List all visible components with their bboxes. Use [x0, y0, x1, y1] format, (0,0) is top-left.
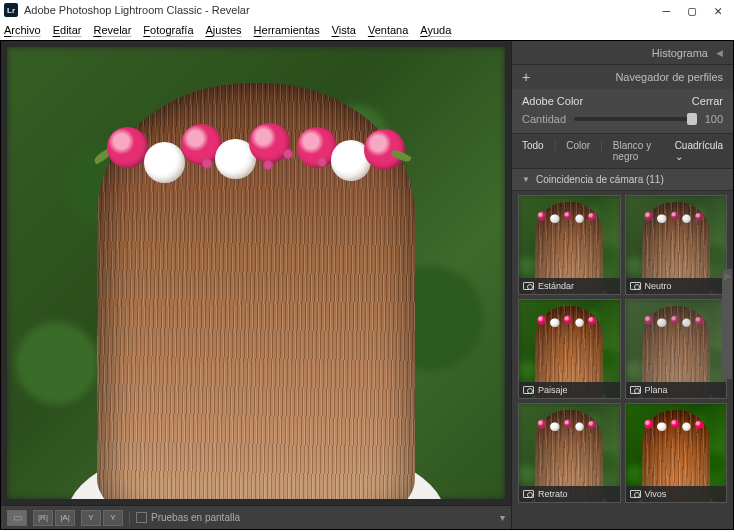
camera-icon [523, 386, 534, 394]
app-logo-text: Lr [7, 6, 15, 15]
app-body: ◀ [0, 40, 734, 530]
close-profile-browser-button[interactable]: Cerrar [692, 95, 723, 107]
profile-thumb-paisaje[interactable]: Paisaje [518, 299, 621, 399]
menu-ajustes[interactable]: Ajustes [206, 24, 242, 36]
thumb-label: Paisaje [538, 385, 568, 395]
camera-icon [523, 282, 534, 290]
window-title: Adobe Photoshop Lightroom Classic - Reve… [24, 4, 250, 16]
menu-revelar[interactable]: Revelar [93, 24, 131, 36]
section-camera-matching[interactable]: ▼ Coincidencia de cámara (11) [512, 169, 733, 191]
menu-ayuda[interactable]: Ayuda [420, 24, 451, 36]
thumb-label: Retrato [538, 489, 568, 499]
profile-thumb-plana[interactable]: Plana [625, 299, 728, 399]
loupe-toolbar: ▭ |R| |A| Y Y Pruebas en pantalla ▾ [1, 505, 511, 529]
section-label: Coincidencia de cámara (11) [536, 174, 664, 185]
thumb-label: Plana [645, 385, 668, 395]
camera-icon [523, 490, 534, 498]
right-panel-collapse-icon[interactable]: ▶ [724, 261, 732, 289]
menu-herramientas[interactable]: Herramientas [254, 24, 320, 36]
filter-bw[interactable]: Blanco y negro [613, 140, 665, 162]
camera-icon [630, 282, 641, 290]
histogram-panel-header[interactable]: Histograma ◀ [512, 41, 733, 65]
section-disclosure-icon[interactable]: ▼ [522, 175, 530, 184]
histogram-label: Histograma [652, 47, 708, 59]
amount-slider[interactable] [574, 117, 697, 121]
thumb-label: Neutro [645, 281, 672, 291]
compare-yy-button-2[interactable]: Y [103, 510, 123, 526]
profile-controls: Adobe Color Cerrar Cantidad 100 [512, 89, 733, 134]
menu-fotografia[interactable]: Fotografía [143, 24, 193, 36]
filter-all[interactable]: Todo [522, 140, 544, 162]
amount-value: 100 [705, 113, 723, 125]
filter-color[interactable]: Color [566, 140, 590, 162]
before-after-lr-button[interactable]: |R| [33, 510, 53, 526]
menubar: Archivo Editar Revelar Fotografía Ajuste… [0, 20, 734, 40]
profile-thumb-retrato[interactable]: Retrato [518, 403, 621, 503]
compare-yy-button-1[interactable]: Y [81, 510, 101, 526]
current-profile-name: Adobe Color [522, 95, 583, 107]
profile-thumbnails-grid: Estándar Neutro Paisaje Plana Retrato [512, 191, 733, 529]
window-minimize-button[interactable]: — [663, 3, 671, 18]
soft-proofing-checkbox[interactable] [136, 512, 147, 523]
window-titlebar: Lr Adobe Photoshop Lightroom Classic - R… [0, 0, 734, 20]
view-grid-dropdown[interactable]: Cuadrícula ⌄ [675, 140, 723, 162]
thumb-label: Estándar [538, 281, 574, 291]
camera-icon [630, 386, 641, 394]
menu-ventana[interactable]: Ventana [368, 24, 408, 36]
soft-proofing-toggle[interactable]: Pruebas en pantalla [136, 512, 240, 523]
thumb-label: Vivos [645, 489, 667, 499]
window-maximize-button[interactable]: ▢ [688, 3, 696, 18]
profile-browser-label: Navegador de perfiles [615, 71, 723, 83]
app-logo: Lr [4, 3, 18, 17]
amount-label: Cantidad [522, 113, 566, 125]
amount-slider-knob[interactable] [687, 113, 697, 125]
toolbar-options-chevron-icon[interactable]: ▾ [500, 512, 505, 523]
soft-proofing-label: Pruebas en pantalla [151, 512, 240, 523]
window-close-button[interactable]: ✕ [714, 3, 722, 18]
main-photo [7, 47, 505, 499]
profile-browser-header: + Navegador de perfiles [512, 65, 733, 89]
loupe-view-button[interactable]: ▭ [7, 510, 27, 526]
profile-thumb-neutro[interactable]: Neutro [625, 195, 728, 295]
add-profile-icon[interactable]: + [522, 69, 530, 85]
camera-icon [630, 490, 641, 498]
image-canvas[interactable] [1, 41, 511, 505]
menu-archivo[interactable]: Archivo [4, 24, 41, 36]
before-after-tb-button[interactable]: |A| [55, 510, 75, 526]
profile-thumb-vivos[interactable]: Vivos [625, 403, 728, 503]
profile-thumb-estandar[interactable]: Estándar [518, 195, 621, 295]
profile-filter-row: Todo | Color | Blanco y negro Cuadrícula… [512, 134, 733, 169]
menu-editar[interactable]: Editar [53, 24, 82, 36]
develop-right-panel: Histograma ◀ + Navegador de perfiles Ado… [511, 41, 733, 529]
histogram-collapse-icon[interactable]: ◀ [716, 48, 723, 58]
menu-vista[interactable]: Vista [332, 24, 356, 36]
